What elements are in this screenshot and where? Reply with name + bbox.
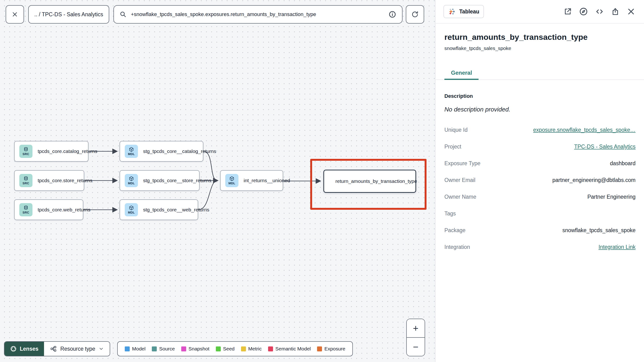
lenses-button[interactable]: Lenses: [4, 342, 44, 356]
panel-actions: [564, 7, 636, 16]
row-package: Package snowflake_tpcds_sales_spoke: [444, 222, 636, 239]
active-tab-underline: [444, 79, 478, 80]
package-value: snowflake_tpcds_sales_spoke: [562, 227, 636, 234]
detail-rows: Unique Id exposure.snowflake_tpcds_sales…: [444, 122, 636, 255]
zoom-in-button[interactable]: +: [407, 319, 425, 338]
row-owner-name: Owner Name Partner Engineering: [444, 189, 636, 205]
close-panel-icon[interactable]: [626, 7, 636, 16]
model-badge: MDL: [125, 203, 138, 216]
cube-icon: [129, 205, 134, 211]
aperture-icon: [10, 345, 17, 352]
semantic-model-swatch: [268, 346, 273, 351]
refresh-icon: [411, 10, 419, 18]
graph-node-stg-web-returns[interactable]: MDL stg_tpcds_core__web_returns: [120, 199, 198, 220]
database-icon: [23, 205, 28, 211]
row-owner-email: Owner Email partner_engineering@dbtlabs.…: [444, 172, 636, 189]
badge-label: MDL: [128, 152, 135, 156]
model-badge: MDL: [125, 174, 138, 187]
row-integration: Integration Integration Link: [444, 239, 636, 255]
description-heading: Description: [444, 93, 636, 99]
panel-body: Description No description provided. Uni…: [436, 93, 644, 255]
node-label: stg_tpcds_core__store_returns: [143, 178, 211, 183]
resource-type-label: Resource type: [60, 346, 95, 352]
project-link[interactable]: TPC-DS - Sales Analytics: [574, 143, 636, 150]
panel-header: Tableau: [436, 0, 644, 24]
cube-icon: [229, 176, 234, 181]
badge-label: SRC: [22, 211, 29, 214]
model-badge: MDL: [225, 174, 238, 187]
node-label: tpcds_core.catalog_returns: [38, 148, 97, 154]
legend-item-metric: Metric: [241, 346, 262, 352]
panel-tabs: General: [436, 66, 644, 80]
node-label: int_returns__unioned: [244, 178, 290, 183]
cube-icon: [129, 147, 134, 152]
metric-swatch: [241, 346, 246, 351]
node-label: return_amounts_by_transaction_type: [336, 178, 417, 184]
legend-item-seed: Seed: [216, 346, 235, 352]
badge-label: MDL: [128, 211, 135, 214]
database-icon: [23, 176, 28, 181]
external-link-icon[interactable]: [564, 7, 572, 16]
graph-node-stg-store-returns[interactable]: MDL stg_tpcds_core__store_returns: [120, 170, 200, 191]
lineage-canvas[interactable]: .. / TPC-DS - Sales Analytics +snowflake…: [0, 0, 436, 362]
badge-label: MDL: [128, 182, 135, 185]
graph-node-source-catalog-returns[interactable]: SRC tpcds_core.catalog_returns: [14, 141, 88, 162]
share-icon[interactable]: [611, 7, 620, 16]
refresh-lineage-button[interactable]: [406, 5, 424, 24]
package-subtitle: snowflake_tpcds_sales_spoke: [444, 46, 636, 51]
snapshot-swatch: [181, 346, 186, 351]
seed-swatch: [216, 346, 221, 351]
lenses-label: Lenses: [20, 346, 38, 352]
graph-node-stg-catalog-returns[interactable]: MDL stg_tpcds_core__catalog_returns: [120, 141, 203, 162]
exposure-type-value: dashboard: [610, 160, 636, 167]
lineage-search[interactable]: +snowflake_tpcds_sales_spoke.exposures.r…: [114, 5, 402, 24]
description-empty-text: No description provided.: [444, 106, 636, 113]
badge-label: SRC: [22, 182, 29, 185]
source-swatch: [152, 346, 157, 351]
node-label: stg_tpcds_core__web_returns: [143, 207, 209, 213]
tab-general[interactable]: General: [444, 66, 478, 79]
search-input[interactable]: +snowflake_tpcds_sales_spoke.exposures.r…: [131, 11, 384, 18]
tableau-icon: [448, 8, 456, 16]
badge-label: MDL: [228, 182, 235, 185]
node-label: tpcds_core.store_returns: [38, 178, 92, 183]
owner-email-value: partner_engineering@dbtlabs.com: [552, 177, 636, 183]
compass-icon[interactable]: [579, 7, 588, 16]
source-badge: SRC: [19, 174, 32, 187]
source-badge: SRC: [19, 203, 32, 216]
breadcrumb[interactable]: .. / TPC-DS - Sales Analytics: [28, 5, 109, 24]
row-unique-id: Unique Id exposure.snowflake_tpcds_sales…: [444, 122, 636, 138]
page-title: return_amounts_by_transaction_type: [444, 33, 636, 42]
resource-type-dropdown[interactable]: Resource type: [44, 342, 110, 356]
graph-node-source-store-returns[interactable]: SRC tpcds_core.store_returns: [14, 170, 84, 191]
lenses-toolbar: Lenses Resource type: [4, 341, 110, 356]
legend-item-snapshot: Snapshot: [181, 346, 210, 352]
code-icon[interactable]: [595, 7, 604, 16]
row-tags: Tags: [444, 205, 636, 222]
graph-node-exposure-return-amounts[interactable]: return_amounts_by_transaction_type: [324, 170, 416, 193]
info-icon[interactable]: [388, 10, 396, 18]
resource-type-legend: Model Source Snapshot Seed Metric Semant…: [117, 341, 353, 356]
tableau-badge[interactable]: Tableau: [444, 5, 484, 18]
owner-name-value: Partner Engineering: [587, 194, 636, 200]
legend-item-model: Model: [125, 346, 146, 352]
unique-id-link[interactable]: exposure.snowflake_tpcds_sales_spoke…: [533, 127, 636, 133]
badge-label: SRC: [22, 152, 29, 156]
legend-item-source: Source: [152, 346, 175, 352]
node-label: stg_tpcds_core__catalog_returns: [143, 148, 216, 154]
graph-node-source-web-returns[interactable]: SRC tpcds_core.web_returns: [14, 199, 83, 220]
tableau-badge-label: Tableau: [459, 9, 479, 15]
row-project: Project TPC-DS - Sales Analytics: [444, 138, 636, 155]
search-icon: [120, 11, 127, 18]
zoom-out-button[interactable]: −: [407, 338, 425, 356]
model-swatch: [125, 346, 130, 351]
chevron-down-icon: [99, 346, 104, 351]
integration-link[interactable]: Integration Link: [598, 244, 636, 250]
graph-node-int-returns-unioned[interactable]: MDL int_returns__unioned: [220, 170, 283, 191]
source-badge: SRC: [19, 145, 32, 158]
legend-item-exposure: Exposure: [317, 346, 345, 352]
model-badge: MDL: [125, 145, 138, 158]
exposure-swatch: [317, 346, 322, 351]
hierarchy-icon: [50, 345, 57, 352]
close-lineage-button[interactable]: [6, 5, 24, 24]
